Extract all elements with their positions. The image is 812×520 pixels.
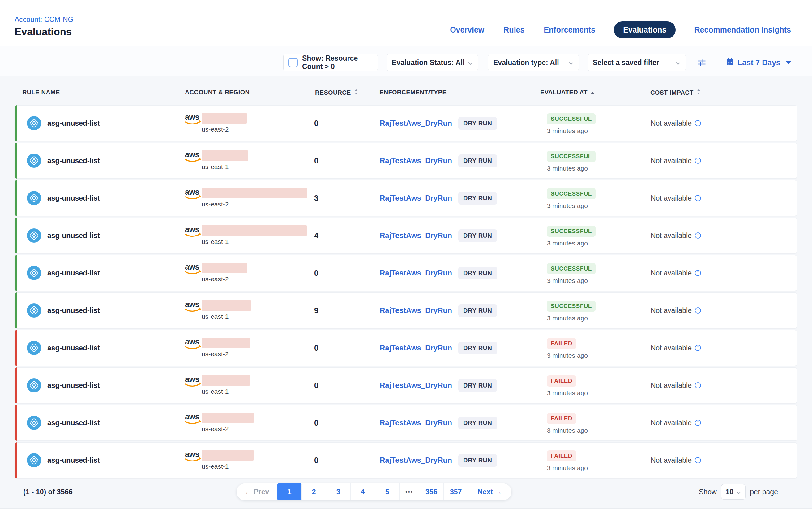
account-details: us-east-1 — [202, 225, 307, 245]
enforcement-link[interactable]: RajTestAws_DryRun — [380, 218, 452, 253]
pagination-button[interactable]: 356 — [419, 484, 444, 500]
chevron-down-icon — [676, 58, 680, 67]
table-row[interactable]: asg-unused-list aws us-east-2 0 RajTestA… — [15, 105, 797, 141]
nav-tab[interactable]: Recommendation Insights — [694, 21, 792, 38]
status-accent-bar — [15, 330, 17, 366]
aws-logo-icon: aws — [185, 375, 199, 389]
info-icon[interactable] — [695, 307, 701, 314]
enforcement-link[interactable]: RajTestAws_DryRun — [380, 106, 452, 141]
saved-filter-dropdown[interactable]: Select a saved filter — [588, 54, 686, 71]
table-row[interactable]: asg-unused-list aws us-east-2 0 RajTestA… — [15, 330, 797, 366]
info-icon[interactable] — [695, 382, 701, 389]
enforcement-link[interactable]: RajTestAws_DryRun — [380, 180, 452, 216]
resource-count: 4 — [314, 218, 318, 253]
nav-tab[interactable]: Enforcements — [543, 21, 596, 38]
rule-cell: asg-unused-list — [27, 368, 100, 403]
sort-icon[interactable] — [697, 89, 701, 96]
pagination-button[interactable]: 357 — [444, 484, 468, 500]
pagination-button[interactable]: 3 — [326, 484, 351, 500]
evaluation-type-value: Evaluation type: All — [493, 58, 559, 67]
evaluated-time: 3 minutes ago — [547, 277, 588, 284]
info-icon[interactable] — [695, 232, 701, 239]
account-details: us-east-1 — [202, 375, 250, 395]
nav-tab[interactable]: Evaluations — [614, 21, 676, 38]
governance-rule-icon — [27, 228, 41, 243]
enforcement-link[interactable]: RajTestAws_DryRun — [380, 255, 452, 291]
resource-count-filter[interactable]: Show: Resource Count > 0 — [283, 54, 378, 71]
sort-asc-icon[interactable] — [591, 89, 595, 96]
enforcement-link[interactable]: RajTestAws_DryRun — [380, 330, 452, 366]
pagination-button[interactable]: 4 — [351, 484, 375, 500]
svg-text:aws: aws — [185, 374, 199, 384]
pagination-button[interactable]: 5 — [375, 484, 399, 500]
status-badge: FAILED — [547, 413, 576, 424]
dry-run-badge: DRY RUN — [458, 304, 497, 317]
svg-text:aws: aws — [185, 150, 199, 159]
svg-text:aws: aws — [185, 187, 199, 197]
pagination-button[interactable]: 1 — [277, 484, 302, 500]
table-row[interactable]: asg-unused-list aws us-east-1 9 RajTestA… — [15, 292, 797, 329]
redacted-account-id — [202, 113, 247, 124]
nav-tab[interactable]: Overview — [449, 21, 485, 38]
column-header-evaluated-at[interactable]: EVALUATED AT — [540, 89, 595, 96]
info-icon[interactable] — [695, 195, 701, 202]
sort-icon[interactable] — [354, 89, 358, 96]
info-icon[interactable] — [695, 457, 701, 464]
region-label: us-east-2 — [202, 276, 247, 283]
evaluated-time: 3 minutes ago — [547, 202, 588, 210]
account-details: us-east-2 — [202, 263, 247, 283]
pagination-button[interactable]: Next → — [468, 484, 511, 500]
evaluation-status-value: Evaluation Status: All — [392, 58, 465, 67]
column-header-cost-impact[interactable]: COST IMPACT — [650, 89, 701, 96]
column-header-enforcement-type: ENFORCEMENT/TYPE — [380, 89, 447, 96]
table-row[interactable]: asg-unused-list aws us-east-1 0 RajTestA… — [15, 367, 797, 403]
page-title: Evaluations — [15, 26, 72, 38]
resource-count: 9 — [314, 293, 318, 328]
table-row[interactable]: asg-unused-list aws us-east-2 0 RajTestA… — [15, 405, 797, 441]
table-row[interactable]: asg-unused-list aws us-east-2 0 RajTestA… — [15, 255, 797, 291]
enforcement-link[interactable]: RajTestAws_DryRun — [380, 443, 452, 478]
enforcement-link[interactable]: RajTestAws_DryRun — [380, 368, 452, 403]
evaluated-time: 3 minutes ago — [547, 165, 588, 172]
table-row[interactable]: asg-unused-list aws us-east-1 0 RajTestA… — [15, 143, 797, 179]
evaluation-status-dropdown[interactable]: Evaluation Status: All — [387, 54, 478, 71]
type-cell: DRY RUN — [458, 443, 497, 478]
info-icon[interactable] — [695, 120, 701, 127]
account-region-cell: aws us-east-1 — [185, 450, 254, 470]
filter-sliders-icon[interactable] — [697, 57, 706, 68]
breadcrumb-account-link[interactable]: Account: CCM-NG — [15, 16, 73, 24]
account-region-cell: aws us-east-1 — [185, 300, 251, 320]
info-icon[interactable] — [695, 419, 701, 426]
status-accent-bar — [15, 217, 17, 254]
status-badge: SUCCESSFUL — [547, 301, 595, 312]
date-range-picker[interactable]: Last 7 Days — [726, 54, 791, 71]
enforcement-link[interactable]: RajTestAws_DryRun — [380, 293, 452, 328]
account-region-cell: aws us-east-2 — [185, 413, 254, 433]
pagination-button[interactable]: ••• — [399, 484, 419, 500]
pagination-button[interactable]: 2 — [302, 484, 326, 500]
chevron-down-icon — [468, 58, 473, 67]
column-header-resource[interactable]: RESOURCE — [315, 89, 358, 96]
rule-name: asg-unused-list — [47, 157, 100, 165]
governance-rule-icon — [27, 303, 41, 317]
cost-impact-value: Not available — [651, 419, 692, 427]
pagination-button[interactable]: ← Prev — [236, 484, 277, 500]
resource-count: 3 — [314, 180, 318, 216]
enforcement-link[interactable]: RajTestAws_DryRun — [380, 405, 452, 440]
redacted-account-id — [202, 151, 248, 161]
table-row[interactable]: asg-unused-list aws us-east-2 3 RajTestA… — [15, 180, 797, 216]
svg-text:aws: aws — [185, 449, 199, 459]
table-row[interactable]: asg-unused-list aws us-east-1 4 RajTestA… — [15, 217, 797, 254]
redacted-account-id — [202, 188, 307, 199]
nav-tab[interactable]: Rules — [503, 21, 525, 38]
info-icon[interactable] — [695, 269, 701, 277]
page-size-select[interactable]: 10 — [721, 484, 746, 500]
evaluation-type-dropdown[interactable]: Evaluation type: All — [488, 54, 579, 71]
resource-count-checkbox[interactable] — [288, 58, 298, 67]
info-icon[interactable] — [695, 344, 701, 351]
enforcement-link[interactable]: RajTestAws_DryRun — [380, 143, 452, 178]
region-label: us-east-1 — [202, 163, 248, 171]
governance-rule-icon — [27, 154, 41, 168]
info-icon[interactable] — [695, 157, 701, 164]
table-row[interactable]: asg-unused-list aws us-east-1 0 RajTestA… — [15, 442, 797, 478]
